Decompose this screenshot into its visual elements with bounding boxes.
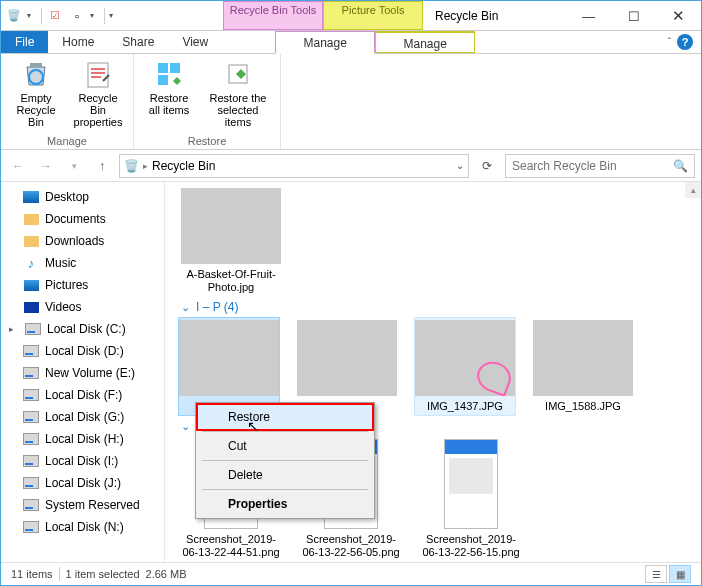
cursor-icon: ↖ [247,418,259,434]
window-title: Recycle Bin [423,1,566,30]
search-icon[interactable]: 🔍 [673,159,688,173]
sidebar-item-pictures[interactable]: Pictures [1,274,164,296]
svg-rect-3 [170,63,180,73]
sidebar-item-system-reserved[interactable]: System Reserved [1,494,164,516]
sidebar-item-local-disk-n[interactable]: Local Disk (N:) [1,516,164,538]
context-menu-delete[interactable]: Delete [198,463,372,487]
back-button[interactable]: ← [7,155,29,177]
restore-all-button[interactable]: Restore all items [140,56,198,133]
up-button[interactable]: ↑ [91,155,113,177]
separator [202,489,368,490]
file-name: Screenshot_2019-06-13-22-56-05.png [301,533,401,559]
file-item[interactable]: IMG_1437.JPG [415,318,515,415]
contextual-tabs: Recycle Bin Tools Picture Tools [223,1,423,30]
quick-access-toolbar: 🗑️ ▾ ☑ ▫ ▾ ▾ [1,1,123,30]
close-button[interactable]: ✕ [656,1,701,31]
properties-icon[interactable]: ☑ [46,7,64,25]
thumbnail-image [444,439,498,529]
file-item[interactable]: A-Basket-Of-Fruit-Photo.jpg [181,188,281,294]
label: Empty Recycle Bin [11,92,61,128]
recycle-bin-icon: 🗑️ [124,159,139,173]
collapse-icon[interactable]: ⌄ [181,301,190,314]
sidebar-item-local-disk-g[interactable]: Local Disk (G:) [1,406,164,428]
label: Restore all items [144,92,194,116]
history-dropdown-icon[interactable]: ▾ [63,155,85,177]
refresh-button[interactable]: ⟳ [475,154,499,178]
tab-share[interactable]: Share [108,31,168,53]
sidebar-item-local-disk-j[interactable]: Local Disk (J:) [1,472,164,494]
file-name: IMG_1588.JPG [545,400,621,413]
maximize-button[interactable]: ☐ [611,1,656,31]
context-menu: Restore Cut Delete Properties [195,402,375,519]
picture-tools-tab[interactable]: Picture Tools [323,1,423,30]
context-menu-properties[interactable]: Properties [198,492,372,516]
tab-manage-picture[interactable]: Manage [375,31,475,53]
restore-selected-icon [222,58,254,90]
properties-icon [82,58,114,90]
scroll-up-icon[interactable]: ▴ [685,182,701,198]
expand-icon[interactable]: ▸ [9,324,19,334]
sidebar-item-desktop[interactable]: Desktop [1,186,164,208]
empty-recycle-bin-button[interactable]: Empty Recycle Bin [7,56,65,133]
file-item-selected[interactable] [179,318,279,415]
separator [104,8,105,24]
tab-file[interactable]: File [1,31,48,53]
group-header-i-p[interactable]: ⌄ I – P (4) [181,300,693,314]
qat-dropdown-icon[interactable]: ▾ [90,11,100,20]
restore-selected-button[interactable]: Restore the selected items [202,56,274,133]
navigation-bar: ← → ▾ ↑ 🗑️ ▸ Recycle Bin ⌄ ⟳ 🔍 [1,150,701,182]
qat-dropdown-icon[interactable]: ▾ [27,11,37,20]
tab-manage-recyclebin[interactable]: Manage [275,31,375,54]
sidebar-item-new-volume-e[interactable]: New Volume (E:) [1,362,164,384]
file-item[interactable]: IMG_1588.JPG [533,320,633,413]
sidebar-item-local-disk-c[interactable]: ▸Local Disk (C:) [1,318,164,340]
window-controls: — ☐ ✕ [566,1,701,30]
recycle-bin-tools-tab[interactable]: Recycle Bin Tools [223,1,323,30]
file-list[interactable]: ▴ A-Basket-Of-Fruit-Photo.jpg ⌄ I – P (4… [165,182,701,562]
svg-rect-4 [158,75,168,85]
sidebar-item-local-disk-f[interactable]: Local Disk (F:) [1,384,164,406]
collapse-icon[interactable]: ⌄ [181,420,190,433]
details-view-button[interactable]: ☰ [645,565,667,583]
thumbnail-image [533,320,633,396]
group-label: Restore [188,133,227,149]
sidebar-item-music[interactable]: ♪Music [1,252,164,274]
group-name: I – P (4) [196,300,238,314]
qat-item-icon[interactable]: ▫ [68,7,86,25]
sidebar-item-local-disk-d[interactable]: Local Disk (D:) [1,340,164,362]
navigation-pane[interactable]: Desktop Documents Downloads ♪Music Pictu… [1,182,165,562]
status-selected-size: 2.66 MB [146,568,187,580]
tab-view[interactable]: View [168,31,222,53]
search-input[interactable] [512,159,673,173]
restore-all-icon [153,58,185,90]
file-item[interactable]: Screenshot_2019-06-13-22-56-15.png [421,439,521,559]
file-name: A-Basket-Of-Fruit-Photo.jpg [181,268,281,294]
empty-bin-icon [20,58,52,90]
label: Restore the selected items [206,92,270,128]
minimize-button[interactable]: — [566,1,611,31]
context-menu-cut[interactable]: Cut [198,434,372,458]
breadcrumb[interactable]: Recycle Bin [152,159,215,173]
sidebar-item-videos[interactable]: Videos [1,296,164,318]
forward-button[interactable]: → [35,155,57,177]
status-item-count: 11 items [11,568,53,580]
sidebar-item-downloads[interactable]: Downloads [1,230,164,252]
address-dropdown-icon[interactable]: ⌄ [456,160,464,171]
qat-customize-icon[interactable]: ▾ [109,11,119,20]
thumbnails-view-button[interactable]: ▦ [669,565,691,583]
address-bar[interactable]: 🗑️ ▸ Recycle Bin ⌄ [119,154,469,178]
help-icon[interactable]: ? [677,34,693,50]
context-menu-restore[interactable]: Restore [198,405,372,429]
recycle-bin-properties-button[interactable]: Recycle Bin properties [69,56,127,133]
collapse-ribbon-icon[interactable]: ˆ [668,37,671,48]
sidebar-item-local-disk-h[interactable]: Local Disk (H:) [1,428,164,450]
sidebar-item-local-disk-i[interactable]: Local Disk (I:) [1,450,164,472]
tab-home[interactable]: Home [48,31,108,53]
chevron-right-icon[interactable]: ▸ [143,161,148,171]
sidebar-item-documents[interactable]: Documents [1,208,164,230]
file-item[interactable]: 02.JPG [297,320,397,413]
recycle-bin-icon: 🗑️ [5,7,23,25]
separator [202,431,368,432]
search-box[interactable]: 🔍 [505,154,695,178]
file-name: Screenshot_2019-06-13-22-44-51.png [181,533,281,559]
